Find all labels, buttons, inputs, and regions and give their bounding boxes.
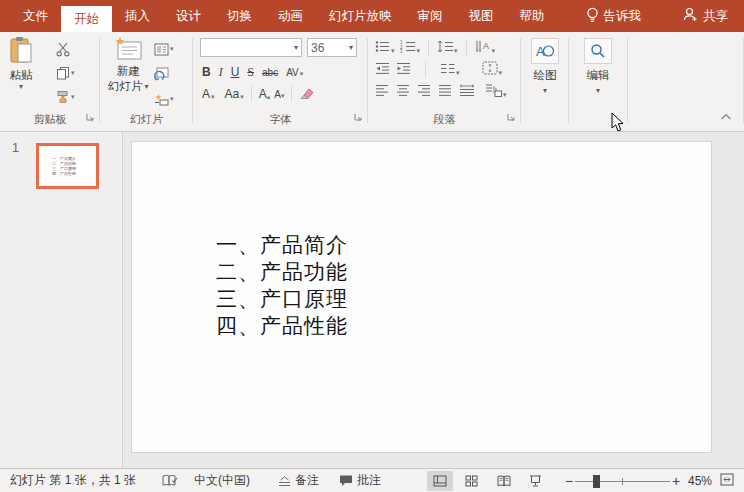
tab-view[interactable]: 视图 bbox=[456, 0, 507, 32]
slide-sorter-view-button[interactable] bbox=[459, 471, 485, 491]
tab-home[interactable]: 开始 bbox=[61, 6, 112, 32]
font-dialog-launcher-icon[interactable] bbox=[354, 108, 363, 126]
paragraph-dialog-launcher-icon[interactable] bbox=[507, 108, 516, 126]
tab-animations[interactable]: 动画 bbox=[265, 0, 316, 32]
editing-button[interactable]: 编辑 ▾ bbox=[584, 38, 612, 95]
distribute-button[interactable] bbox=[459, 83, 475, 101]
spell-check-button[interactable] bbox=[162, 474, 178, 487]
tab-help[interactable]: 帮助 bbox=[507, 0, 558, 32]
paste-button[interactable]: 粘贴 ▾ bbox=[8, 36, 34, 91]
bullets-button[interactable]: ▾ bbox=[375, 39, 395, 57]
zoom-slider-thumb[interactable] bbox=[593, 475, 600, 488]
layout-button[interactable]: ▾ bbox=[154, 40, 174, 58]
new-slide-label-line1: 新建 bbox=[117, 64, 140, 79]
zoom-level[interactable]: 45% bbox=[688, 474, 712, 488]
fit-slide-to-window-button[interactable] bbox=[720, 473, 734, 489]
character-spacing-button[interactable]: AV▾ bbox=[286, 67, 303, 78]
new-slide-button[interactable]: 新建 幻灯片▾ bbox=[108, 36, 149, 94]
tell-me-button[interactable]: 告诉我 bbox=[586, 7, 642, 26]
share-button[interactable]: 共享 bbox=[683, 7, 728, 25]
strikethrough-button[interactable]: S bbox=[247, 65, 254, 80]
comments-label: 批注 bbox=[357, 472, 381, 489]
copy-button[interactable]: ▾ bbox=[56, 64, 76, 82]
clipboard-dialog-launcher-icon[interactable] bbox=[86, 108, 95, 126]
normal-view-button[interactable] bbox=[427, 471, 453, 491]
tab-file[interactable]: 文件 bbox=[10, 0, 61, 32]
language-label: 中文(中国) bbox=[194, 472, 250, 489]
increase-font-size-button[interactable]: A▴ bbox=[259, 87, 271, 101]
decrease-indent-icon bbox=[375, 62, 390, 75]
italic-button[interactable]: I bbox=[219, 65, 223, 80]
slide-sorter-icon bbox=[465, 475, 478, 487]
section-button[interactable]: ▾ bbox=[154, 90, 174, 108]
tab-review[interactable]: 审阅 bbox=[405, 0, 456, 32]
slideshow-view-button[interactable] bbox=[523, 471, 549, 491]
notes-button[interactable]: 备注 bbox=[278, 472, 319, 489]
font-group-label: 字体 bbox=[193, 112, 368, 127]
bold-button[interactable]: B bbox=[202, 65, 211, 79]
columns-button[interactable]: ▾ bbox=[440, 61, 460, 79]
font-size-combobox[interactable]: ▾ bbox=[307, 38, 357, 57]
slide-thumbnail-panel[interactable]: 1 一、产品简介 二、产品功能 三、产口原理 四、产品性能 bbox=[0, 132, 123, 468]
clear-formatting-eraser-icon[interactable] bbox=[299, 85, 314, 103]
reset-slide-button[interactable] bbox=[154, 65, 174, 83]
align-right-button[interactable] bbox=[417, 83, 431, 101]
font-name-input[interactable] bbox=[201, 39, 294, 56]
paste-label: 粘贴 bbox=[10, 68, 33, 83]
increase-indent-button[interactable] bbox=[396, 61, 411, 79]
justify-button[interactable] bbox=[438, 83, 452, 101]
cut-button[interactable] bbox=[56, 40, 76, 58]
lightbulb-icon bbox=[586, 7, 599, 26]
language-button[interactable]: 中文(中国) bbox=[194, 472, 250, 489]
scissors-icon bbox=[56, 42, 71, 57]
decrease-indent-button[interactable] bbox=[375, 61, 390, 79]
change-case-button[interactable]: Aa▾ bbox=[225, 87, 244, 101]
slides-group: 新建 幻灯片▾ ▾ ▾ 幻灯片 bbox=[100, 32, 193, 131]
tab-insert[interactable]: 插入 bbox=[112, 0, 163, 32]
font-size-dropdown-icon[interactable]: ▾ bbox=[349, 44, 353, 52]
zoom-in-button[interactable]: + bbox=[670, 473, 682, 489]
align-left-button[interactable] bbox=[375, 83, 389, 101]
font-name-combobox[interactable]: ▾ bbox=[200, 38, 302, 57]
slide-thumbnail[interactable]: 一、产品简介 二、产品功能 三、产口原理 四、产品性能 bbox=[36, 143, 99, 189]
line-spacing-button[interactable]: ▾ bbox=[437, 39, 458, 57]
line-spacing-icon bbox=[437, 40, 453, 53]
align-center-icon bbox=[396, 84, 410, 97]
slide-text-box[interactable]: 一、产品简介 二、产品功能 三、产口原理 四、产品性能 bbox=[216, 232, 348, 340]
zoom-slider[interactable] bbox=[575, 474, 670, 488]
workspace: 1 一、产品简介 二、产品功能 三、产口原理 四、产品性能 一、产品简介 二、产… bbox=[0, 132, 744, 468]
new-slide-label-line2: 幻灯片 bbox=[108, 79, 143, 94]
comments-button[interactable]: 批注 bbox=[339, 472, 381, 489]
reading-view-icon bbox=[497, 475, 511, 487]
clipboard-group: 粘贴 ▾ ▾ ▾ 剪贴板 bbox=[0, 32, 100, 131]
tab-slideshow[interactable]: 幻灯片放映 bbox=[316, 0, 405, 32]
slide-editing-canvas[interactable]: 一、产品简介 二、产品功能 三、产口原理 四、产品性能 bbox=[123, 132, 744, 468]
tab-transitions[interactable]: 切换 bbox=[214, 0, 265, 32]
drawing-group: A 绘图 ▾ bbox=[521, 32, 569, 131]
clear-strike-button[interactable]: abc bbox=[262, 67, 278, 78]
align-text-button[interactable]: ▾ bbox=[482, 61, 503, 79]
paste-dropdown-icon[interactable]: ▾ bbox=[19, 83, 23, 91]
align-center-button[interactable] bbox=[396, 83, 410, 101]
tab-design[interactable]: 设计 bbox=[163, 0, 214, 32]
zoom-out-button[interactable]: − bbox=[563, 473, 575, 489]
svg-text:3: 3 bbox=[400, 49, 403, 53]
drawing-button[interactable]: A 绘图 ▾ bbox=[531, 38, 559, 95]
underline-button[interactable]: U bbox=[231, 65, 240, 79]
slide-counter[interactable]: 幻灯片 第 1 张，共 1 张 bbox=[10, 472, 136, 489]
collapse-ribbon-icon[interactable] bbox=[720, 107, 732, 125]
convert-smartart-button[interactable]: ▾ bbox=[485, 83, 507, 101]
text-direction-button[interactable]: A▾ bbox=[475, 39, 496, 57]
notes-label: 备注 bbox=[295, 472, 319, 489]
reading-view-button[interactable] bbox=[491, 471, 517, 491]
distribute-text-icon bbox=[459, 84, 475, 97]
slide-text-line: 一、产品简介 bbox=[216, 232, 348, 259]
format-painter-button[interactable]: ▾ bbox=[56, 88, 76, 106]
font-name-dropdown-icon[interactable]: ▾ bbox=[294, 44, 298, 52]
slide-counter-label: 幻灯片 第 1 张，共 1 张 bbox=[10, 472, 136, 489]
numbering-button[interactable]: 123▾ bbox=[400, 39, 421, 57]
font-color-button[interactable]: A▾ bbox=[202, 87, 215, 101]
decrease-font-size-button[interactable]: A▾ bbox=[274, 89, 284, 100]
slide[interactable]: 一、产品简介 二、产品功能 三、产口原理 四、产品性能 bbox=[131, 141, 712, 453]
font-size-input[interactable] bbox=[308, 39, 349, 56]
